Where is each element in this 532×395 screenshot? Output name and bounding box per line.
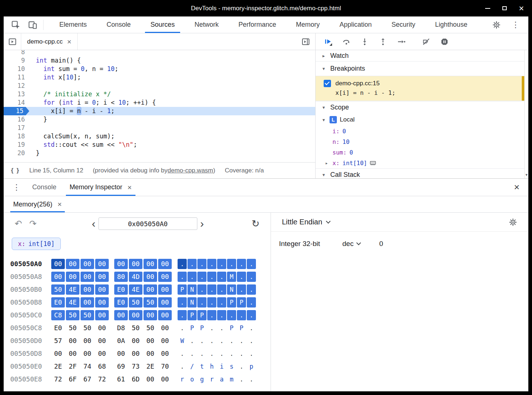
memory-inspector-tab-close-icon[interactable]: × xyxy=(127,184,132,191)
ascii-char[interactable]: a xyxy=(217,374,226,384)
step-out-icon[interactable] xyxy=(379,37,387,46)
code-line-19[interactable]: 19 std::cout << sum << "\n"; xyxy=(4,141,315,149)
ascii-char[interactable]: P xyxy=(197,310,207,320)
memory-byte[interactable]: 00 xyxy=(114,310,128,320)
ascii-char[interactable]: . xyxy=(227,349,236,359)
drawer-tab-memory-inspector[interactable]: Memory Inspector × xyxy=(63,179,138,196)
ascii-char[interactable]: . xyxy=(178,323,187,333)
ascii-char[interactable]: . xyxy=(217,349,226,359)
memory-byte[interactable]: 67 xyxy=(81,374,94,384)
ascii-char[interactable]: . xyxy=(178,349,187,359)
ascii-char[interactable]: . xyxy=(207,349,216,359)
code-line-8[interactable]: 8 xyxy=(4,50,315,56)
ascii-char[interactable]: P xyxy=(187,310,197,320)
memory-byte[interactable]: 69 xyxy=(114,361,128,372)
memory-byte[interactable]: D8 xyxy=(114,323,128,333)
memory-byte[interactable]: 50 xyxy=(66,310,79,320)
scope-local-row[interactable]: ▾ L Local xyxy=(316,113,528,126)
memory-byte[interactable]: 00 xyxy=(144,272,157,282)
memory-byte[interactable]: 00 xyxy=(144,374,157,384)
ascii-char[interactable]: N xyxy=(227,284,236,295)
deactivate-breakpoints-icon[interactable] xyxy=(422,37,431,46)
refresh-icon[interactable]: ↻ xyxy=(252,218,260,230)
ascii-char[interactable]: . xyxy=(247,297,256,308)
settings-gear-icon[interactable] xyxy=(491,19,502,30)
memory-byte[interactable]: 00 xyxy=(95,310,109,320)
breakpoints-section-header[interactable]: ▾ Breakpoints xyxy=(316,62,528,76)
ascii-char[interactable]: W xyxy=(178,336,187,346)
memory-byte[interactable]: E0 xyxy=(51,297,65,308)
memory-byte[interactable]: 50 xyxy=(144,297,157,308)
maximize-button[interactable] xyxy=(501,5,508,12)
inspect-element-icon[interactable] xyxy=(10,19,21,30)
ascii-char[interactable]: . xyxy=(217,310,226,320)
memory-byte[interactable]: 72 xyxy=(51,374,65,384)
ascii-char[interactable]: . xyxy=(247,336,256,346)
open-memory-inspector-icon[interactable] xyxy=(369,160,376,167)
toggle-debugger-sidebar-icon[interactable] xyxy=(301,37,310,46)
code-line-9[interactable]: 9int main() { xyxy=(4,56,315,65)
memory-highlight-chip[interactable]: x: int[10] xyxy=(12,238,61,250)
ascii-char[interactable]: r xyxy=(207,374,216,384)
show-navigator-icon[interactable] xyxy=(4,33,21,50)
memory-byte[interactable]: E0 xyxy=(51,323,65,333)
ascii-char[interactable]: . xyxy=(207,310,216,320)
ascii-char[interactable]: . xyxy=(247,284,256,295)
line-number[interactable]: 19 xyxy=(4,141,29,149)
ascii-char[interactable]: g xyxy=(197,374,207,384)
memory-byte[interactable]: 00 xyxy=(114,349,128,359)
ascii-char[interactable]: . xyxy=(207,284,216,295)
memory-byte[interactable]: 00 xyxy=(144,259,157,269)
line-number[interactable]: 13 xyxy=(4,90,29,98)
ascii-char[interactable]: . xyxy=(217,297,226,308)
memory-byte[interactable]: 50 xyxy=(144,323,157,333)
tab-memory[interactable]: Memory xyxy=(286,16,330,33)
scope-variable-n[interactable]: n:10 xyxy=(316,137,528,147)
memory-byte[interactable]: 68 xyxy=(95,361,109,372)
previous-page-icon[interactable]: ‹ xyxy=(89,217,98,230)
minimize-button[interactable] xyxy=(484,5,491,12)
memory-byte[interactable]: 2F xyxy=(66,361,79,372)
ascii-char[interactable]: . xyxy=(237,310,246,320)
memory-byte[interactable]: 70 xyxy=(158,361,172,372)
code-line-14[interactable]: 14 for (int i = 0; i < 10; ++i) { xyxy=(4,98,315,107)
ascii-char[interactable]: . xyxy=(247,259,256,269)
expand-icon[interactable]: ▸ xyxy=(321,53,327,59)
collapse-icon[interactable]: ▾ xyxy=(321,172,327,178)
memory-byte[interactable]: 00 xyxy=(81,272,94,282)
ascii-char[interactable]: . xyxy=(247,310,256,320)
memory-byte[interactable]: 00 xyxy=(158,374,172,384)
ascii-char[interactable]: P xyxy=(237,297,246,308)
memory-byte[interactable]: 00 xyxy=(158,323,172,333)
scope-variable-i[interactable]: i:0 xyxy=(316,126,528,137)
memory-byte[interactable]: 00 xyxy=(66,336,79,346)
ascii-char[interactable]: . xyxy=(207,259,216,269)
ascii-char[interactable]: . xyxy=(197,272,207,282)
ascii-char[interactable]: . xyxy=(237,272,246,282)
ascii-char[interactable]: M xyxy=(227,272,236,282)
memory-byte[interactable]: 00 xyxy=(95,349,109,359)
expand-icon[interactable]: ▸ xyxy=(323,160,330,166)
tab-lighthouse[interactable]: Lighthouse xyxy=(425,16,477,33)
ascii-char[interactable]: . xyxy=(178,310,187,320)
line-number[interactable]: 10 xyxy=(4,65,29,73)
code-line-18[interactable]: 18 calcSum(x, n, sum); xyxy=(4,132,315,141)
more-options-icon[interactable]: ⋮ xyxy=(511,21,520,29)
code-line-13[interactable]: 13 /* initialize x */ xyxy=(4,90,315,98)
ascii-char[interactable]: . xyxy=(237,259,246,269)
line-number[interactable]: 12 xyxy=(4,82,29,90)
memory-byte[interactable]: 00 xyxy=(66,349,79,359)
memory-byte[interactable]: 4E xyxy=(66,297,79,308)
line-number[interactable]: 8 xyxy=(4,50,29,56)
ascii-char[interactable]: . xyxy=(187,349,197,359)
memory-byte[interactable]: 2E xyxy=(51,361,65,372)
memory-byte[interactable]: 50 xyxy=(81,323,94,333)
collapse-icon[interactable]: ▾ xyxy=(321,66,327,71)
pretty-print-icon[interactable]: { } xyxy=(11,167,20,174)
memory-byte[interactable]: 00 xyxy=(158,297,172,308)
memory-byte[interactable]: 00 xyxy=(66,259,79,269)
drawer-close-icon[interactable]: × xyxy=(514,182,520,193)
ascii-char[interactable]: . xyxy=(237,374,246,384)
scope-variable-sum[interactable]: sum:0 xyxy=(316,147,528,158)
code-line-12[interactable]: 12 xyxy=(4,82,315,90)
